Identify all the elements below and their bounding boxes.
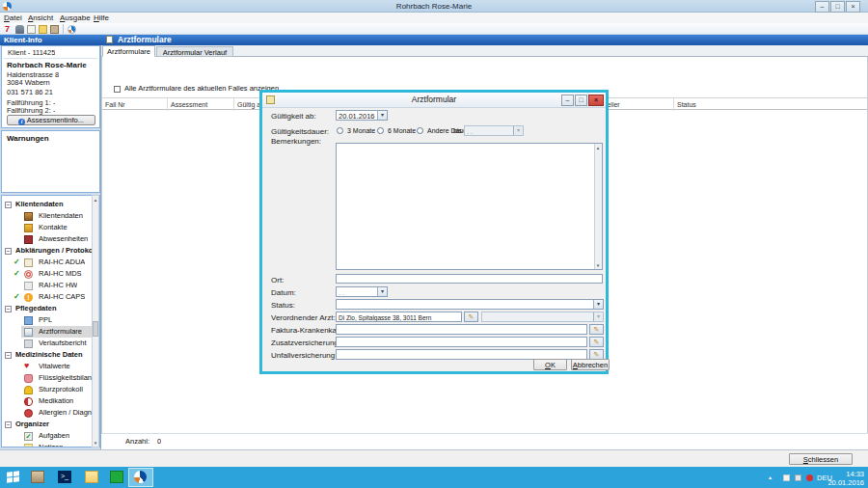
warnings-header: Warnungen bbox=[7, 134, 49, 143]
radio-3-monate[interactable] bbox=[337, 127, 343, 134]
tree-item-arztformulare[interactable]: Arztformulare bbox=[2, 326, 98, 338]
bemerkungen-textarea[interactable]: ▴ ▾ bbox=[336, 143, 603, 270]
tray-clock-date[interactable]: 20.01.2016 bbox=[825, 478, 864, 487]
scroll-up-icon[interactable]: ▴ bbox=[595, 144, 601, 151]
ok-button[interactable]: OK bbox=[533, 359, 567, 370]
tray-clock-time[interactable]: 14:33 bbox=[831, 470, 864, 478]
tree-item-ppl[interactable]: PPL bbox=[2, 314, 98, 326]
taskbar-powershell-icon[interactable]: >_ bbox=[58, 471, 71, 483]
dropdown-icon[interactable]: ▾ bbox=[377, 287, 387, 296]
filter-checkbox[interactable] bbox=[114, 86, 121, 93]
toolbar-exit-icon[interactable] bbox=[50, 25, 59, 34]
tree-item-allergien[interactable]: Allergien / Diagnosen... bbox=[2, 407, 98, 419]
client-id[interactable]: Klient - 111425 bbox=[8, 48, 55, 57]
col-status[interactable]: Status bbox=[674, 98, 867, 111]
window-restore-button[interactable]: □ bbox=[830, 1, 845, 13]
zusatz-edit-pencil-button[interactable]: ✎ bbox=[589, 337, 604, 347]
radio-3-monate-label[interactable]: 3 Monate bbox=[347, 127, 375, 134]
toolbar-note-icon[interactable] bbox=[39, 25, 47, 34]
taskbar-server-manager-icon[interactable] bbox=[31, 471, 44, 483]
toolbar-person-icon[interactable] bbox=[15, 25, 24, 34]
tree-item-rai-hc-caps[interactable]: ✓ ! RAI-HC CAPS bbox=[2, 291, 98, 303]
radio-andere-dauer[interactable] bbox=[417, 127, 423, 134]
navigation-tree: – Klientendaten Klientendaten Kontakte A… bbox=[1, 195, 100, 447]
tab-arztformulare[interactable]: Arztformulare bbox=[102, 45, 155, 57]
collapse-icon[interactable]: – bbox=[5, 421, 12, 428]
dialog-maximize-button[interactable]: □ bbox=[575, 95, 587, 106]
tray-status-icon-3[interactable] bbox=[806, 474, 813, 481]
tree-item-klientendaten[interactable]: Klientendaten bbox=[2, 210, 98, 222]
window-close-button[interactable]: × bbox=[846, 1, 860, 13]
start-button[interactable] bbox=[7, 471, 20, 483]
dropdown-icon[interactable]: ▾ bbox=[593, 300, 603, 309]
dialog-minimize-button[interactable]: – bbox=[561, 95, 574, 106]
datum-combo[interactable]: . . ▾ bbox=[336, 286, 388, 297]
tree-item-fluessigkeitsbilanz[interactable]: Flüssigkeitsbilanz bbox=[2, 372, 98, 384]
divider bbox=[4, 58, 97, 59]
verordnender-arzt-input[interactable]: Di Zio, Spitalgasse 38, 3011 Bern bbox=[336, 312, 462, 322]
menu-ausgabe[interactable]: Ausgabe bbox=[60, 14, 91, 22]
dropdown-icon[interactable]: ▾ bbox=[377, 111, 387, 120]
tree-item-rai-hc-mds[interactable]: ✓ RAI-HC MDS bbox=[2, 268, 98, 280]
textarea-scrollbar[interactable]: ▴ ▾ bbox=[594, 144, 602, 269]
scrollbar-thumb[interactable] bbox=[93, 321, 98, 337]
toolbar-app-swirl-icon[interactable] bbox=[68, 25, 76, 34]
toolbar-seven-icon[interactable]: 7 bbox=[5, 25, 10, 34]
taskbar-file-explorer-icon[interactable] bbox=[85, 471, 98, 483]
tree-item-vitalwerte[interactable]: ♥ Vitalwerte bbox=[2, 361, 98, 372]
tree-item-rai-hc-adua[interactable]: ✓ RAI-HC ADUA bbox=[2, 257, 98, 268]
tree-item-notizen[interactable]: Notizen bbox=[2, 442, 98, 447]
collapse-icon[interactable]: – bbox=[5, 202, 12, 208]
tree-item-verlaufsbericht[interactable]: Verlaufsbericht bbox=[2, 338, 98, 349]
tree-section-medizinische-daten[interactable]: – Medizinische Daten bbox=[2, 349, 98, 361]
tree-section-klientendaten[interactable]: – Klientendaten bbox=[2, 199, 98, 210]
tray-status-icon-1[interactable] bbox=[783, 474, 790, 481]
scroll-up-icon[interactable]: ▴ bbox=[93, 196, 98, 203]
col-assessment[interactable]: Assessment bbox=[168, 98, 234, 111]
tab-arztformular-verlauf[interactable]: Arztformular Verlauf bbox=[156, 46, 233, 57]
tree-item-sturzprotokoll[interactable]: Sturzprotokoll bbox=[2, 384, 98, 395]
status-dropdown[interactable]: ▾ bbox=[336, 299, 604, 310]
col-fall-nr[interactable]: Fall Nr bbox=[102, 98, 168, 111]
ort-input[interactable] bbox=[336, 274, 603, 284]
radio-6-monate[interactable] bbox=[377, 127, 384, 134]
window-titlebar: Rohrbach Rose-Marie – □ × bbox=[0, 0, 868, 13]
tray-expand-icon[interactable]: ▴ bbox=[769, 474, 772, 480]
radio-6-monate-label[interactable]: 6 Monate bbox=[388, 127, 416, 134]
zusatzversicherung-input[interactable] bbox=[336, 337, 587, 347]
tree-section-abklaerungen[interactable]: – Abklärungen / Protokolle bbox=[2, 245, 98, 257]
tree-item-kontakte[interactable]: Kontakte bbox=[2, 222, 98, 233]
tasks-icon: ✓ bbox=[24, 432, 33, 441]
toolbar-document-icon[interactable] bbox=[27, 25, 36, 34]
collapse-icon[interactable]: – bbox=[5, 306, 12, 312]
menu-datei[interactable]: Datei bbox=[4, 14, 22, 22]
schliessen-button[interactable]: Schliessen bbox=[789, 453, 853, 465]
tree-section-pflegedaten[interactable]: – Pflegedaten bbox=[2, 303, 98, 314]
taskbar-green-app-icon[interactable] bbox=[110, 471, 123, 483]
tray-status-icon-2[interactable] bbox=[795, 474, 801, 481]
menu-ansicht[interactable]: Ansicht bbox=[28, 14, 53, 22]
check-icon: ✓ bbox=[14, 291, 20, 303]
scroll-down-icon[interactable]: ▾ bbox=[93, 439, 98, 447]
tree-item-aufgaben[interactable]: ✓ Aufgaben bbox=[2, 430, 98, 442]
assessmentinfo-button[interactable]: i Assessmentinfo... bbox=[7, 115, 95, 125]
tree-scrollbar[interactable]: ▴ ▾ bbox=[92, 195, 99, 447]
collapse-icon[interactable]: – bbox=[5, 352, 12, 359]
cancel-button[interactable]: Abbrechen bbox=[571, 359, 610, 370]
arzt-edit-pencil-button[interactable]: ✎ bbox=[464, 312, 478, 322]
dialog-close-button[interactable]: × bbox=[588, 95, 604, 106]
sidebar: Klient-Info Klient - 111425 Rohrbach Ros… bbox=[0, 35, 101, 449]
tree-item-medikation[interactable]: Medikation bbox=[2, 395, 98, 407]
tree-item-abwesenheiten[interactable]: Abwesenheiten bbox=[2, 233, 98, 245]
collapse-icon[interactable]: – bbox=[5, 248, 12, 255]
tree-section-organizer[interactable]: – Organizer bbox=[2, 419, 98, 430]
faktura-edit-pencil-button[interactable]: ✎ bbox=[589, 324, 604, 335]
faktura-krankenkasse-input[interactable] bbox=[336, 324, 587, 335]
window-minimize-button[interactable]: – bbox=[815, 1, 829, 13]
application-window: Rohrbach Rose-Marie – □ × Datei Ansicht … bbox=[0, 0, 868, 488]
taskbar-app-swirl-icon[interactable] bbox=[134, 471, 147, 483]
scroll-down-icon[interactable]: ▾ bbox=[595, 261, 601, 269]
gueltigkeit-ab-combo[interactable]: 20.01.2016 ▾ bbox=[336, 110, 388, 121]
menu-hilfe[interactable]: Hilfe bbox=[94, 14, 109, 22]
tree-item-rai-hc-hw[interactable]: RAI-HC HW bbox=[2, 280, 98, 291]
